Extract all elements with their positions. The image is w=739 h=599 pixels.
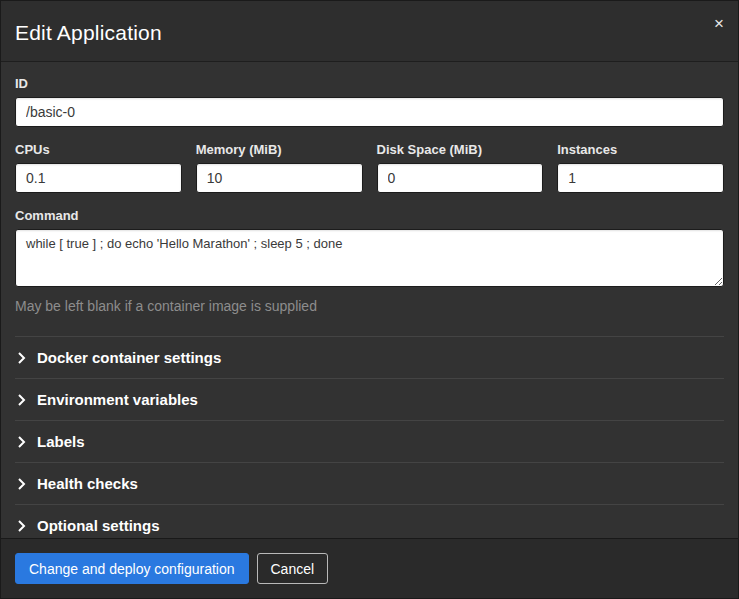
command-textarea[interactable]: while [ true ] ; do echo 'Hello Marathon… (15, 229, 724, 287)
cpus-field-group: CPUs (15, 142, 182, 193)
section-label: Optional settings (37, 517, 160, 534)
disk-input[interactable] (377, 163, 544, 193)
cpus-label: CPUs (15, 142, 182, 157)
modal-header: Edit Application × (1, 1, 738, 62)
change-and-deploy-button[interactable]: Change and deploy configuration (15, 553, 249, 584)
section-docker-container-settings[interactable]: Docker container settings (15, 336, 724, 378)
modal-body: ID CPUs Memory (MiB) Disk Space (MiB) In… (1, 62, 738, 538)
memory-input[interactable] (196, 163, 363, 193)
id-label: ID (15, 76, 724, 91)
modal-footer: Change and deploy configuration Cancel (1, 538, 738, 598)
cpus-input[interactable] (15, 163, 182, 193)
chevron-right-icon (17, 394, 26, 406)
instances-field-group: Instances (557, 142, 724, 193)
memory-label: Memory (MiB) (196, 142, 363, 157)
section-labels[interactable]: Labels (15, 420, 724, 462)
instances-input[interactable] (557, 163, 724, 193)
section-label: Environment variables (37, 391, 198, 408)
section-label: Labels (37, 433, 85, 450)
close-icon[interactable]: × (714, 15, 724, 32)
chevron-right-icon (17, 352, 26, 364)
section-label: Health checks (37, 475, 138, 492)
section-optional-settings[interactable]: Optional settings (15, 504, 724, 538)
command-field-group: Command while [ true ] ; do echo 'Hello … (15, 208, 724, 314)
memory-field-group: Memory (MiB) (196, 142, 363, 193)
chevron-right-icon (17, 436, 26, 448)
id-field-group: ID (15, 76, 724, 127)
edit-application-modal: Edit Application × ID CPUs Memory (MiB) … (0, 0, 739, 599)
section-environment-variables[interactable]: Environment variables (15, 378, 724, 420)
chevron-right-icon (17, 478, 26, 490)
accordion-sections: Docker container settings Environment va… (15, 336, 724, 538)
command-label: Command (15, 208, 724, 223)
chevron-right-icon (17, 520, 26, 532)
modal-title: Edit Application (15, 21, 722, 45)
id-input[interactable] (15, 97, 724, 127)
disk-label: Disk Space (MiB) (377, 142, 544, 157)
cancel-button[interactable]: Cancel (257, 553, 329, 584)
resources-row: CPUs Memory (MiB) Disk Space (MiB) Insta… (15, 142, 724, 193)
command-help-text: May be left blank if a container image i… (15, 298, 724, 314)
disk-field-group: Disk Space (MiB) (377, 142, 544, 193)
instances-label: Instances (557, 142, 724, 157)
section-health-checks[interactable]: Health checks (15, 462, 724, 504)
section-label: Docker container settings (37, 349, 221, 366)
